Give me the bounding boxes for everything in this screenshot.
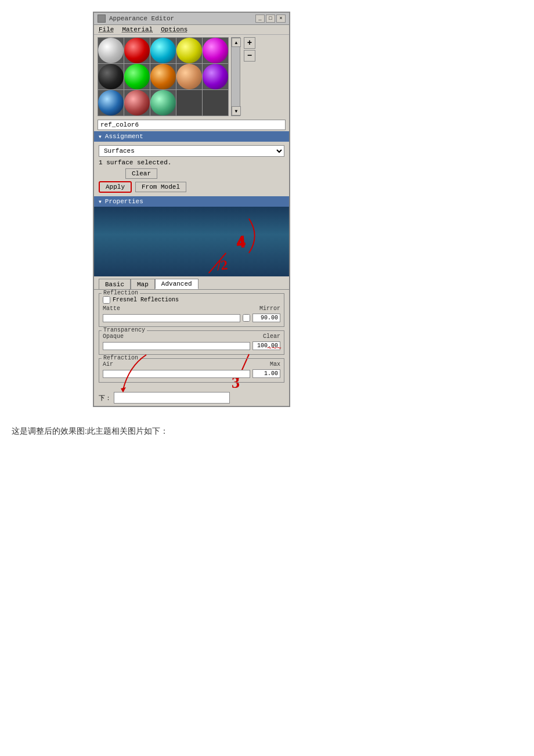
assignment-body: Surfaces 1 surface selected. Clear Apply… [94, 142, 289, 196]
annotation-4: 4 [236, 218, 255, 253]
assignment-title: Assignment [105, 133, 143, 140]
close-button[interactable]: × [276, 15, 286, 23]
material-cell-10[interactable] [98, 90, 124, 116]
tab-basic[interactable]: Basic [99, 279, 131, 289]
bottom-area: 下： [94, 390, 289, 406]
material-grid-area: ▲ ▼ + − [94, 35, 289, 118]
bottom-label: 下： [99, 394, 111, 402]
title-controls: _ □ × [255, 15, 286, 23]
material-cell-11[interactable] [124, 90, 150, 116]
transparency-legend: Transparency [102, 327, 147, 333]
from-model-button[interactable]: From Model [135, 182, 186, 192]
transparency-value-row [103, 341, 280, 350]
squiggle-icon: ~~~ [267, 344, 282, 353]
properties-panel: Reflection Fresnel Reflections Matte Mir… [94, 289, 289, 390]
material-name-input[interactable] [98, 120, 286, 130]
material-cell-5[interactable] [98, 64, 124, 89]
tabs-row: Basic Map Advanced [94, 276, 289, 289]
action-row-1: Clear [99, 168, 284, 179]
material-cell-7[interactable] [150, 64, 176, 89]
material-cell-14[interactable] [203, 90, 228, 116]
clear-button[interactable]: Clear [125, 168, 157, 179]
menu-options[interactable]: Options [161, 26, 187, 33]
matte-label: Matte [103, 305, 138, 312]
assignment-collapse-icon[interactable]: ▼ [99, 134, 102, 139]
action-row-2: Apply From Model [99, 181, 284, 193]
caption-text: 这是调整后的效果图:此主题相关图片如下： [12, 424, 168, 437]
material-cell-9[interactable] [203, 64, 228, 89]
material-scrollbar[interactable]: ▲ ▼ [231, 37, 240, 116]
surfaces-select[interactable]: Surfaces [99, 145, 284, 157]
selected-text: 1 surface selected. [99, 159, 171, 166]
menu-bar: File Material Options [94, 25, 289, 35]
svg-text:4: 4 [236, 232, 246, 251]
properties-title: Properties [105, 198, 143, 205]
assignment-header: ▼ Assignment [94, 131, 289, 142]
transparency-section: Transparency Opaque Clear ~~~ 3 [99, 330, 284, 355]
window-title: Appearance Editor [109, 15, 174, 22]
clear-label: Clear [263, 333, 280, 340]
reflection-slider-row: Matte Mirror [103, 305, 280, 312]
fresnel-row: Fresnel Reflections [103, 296, 280, 304]
tab-advanced[interactable]: Advanced [155, 279, 199, 289]
refraction-value[interactable] [252, 369, 280, 378]
reflection-value-row [103, 314, 280, 322]
svg-line-1 [209, 253, 226, 273]
tab-map[interactable]: Map [131, 279, 155, 289]
bottom-input[interactable] [114, 392, 230, 404]
apply-button[interactable]: Apply [99, 181, 132, 193]
refraction-value-row [103, 369, 280, 378]
title-bar: Appearance Editor _ □ × [94, 13, 289, 25]
restore-button[interactable]: □ [266, 15, 275, 23]
scroll-down-arrow[interactable]: ▼ [232, 106, 241, 116]
material-cell-13[interactable] [176, 90, 202, 116]
page-container: Appearance Editor _ □ × File Material Op… [12, 12, 522, 437]
material-grid [98, 37, 229, 116]
material-cell-0[interactable] [98, 38, 124, 63]
scroll-up-arrow[interactable]: ▲ [232, 38, 241, 47]
refraction-slider[interactable] [103, 370, 250, 378]
selected-row: 1 surface selected. [99, 159, 284, 166]
refraction-labels-row: Air Max [103, 361, 280, 368]
annotation-2: /2 [209, 253, 229, 273]
minimize-button[interactable]: _ [255, 15, 265, 23]
material-cell-12[interactable] [150, 90, 176, 116]
reflection-checkbox[interactable] [243, 314, 250, 322]
mirror-label: Mirror [259, 305, 280, 312]
properties-collapse-icon[interactable]: ▼ [99, 199, 102, 204]
scroll-track [232, 47, 240, 106]
transparency-labels-row: Opaque Clear [103, 333, 280, 340]
material-cell-8[interactable] [176, 64, 202, 89]
material-cell-2[interactable] [150, 38, 176, 63]
reflection-slider[interactable] [103, 314, 240, 322]
properties-header: ▼ Properties [94, 196, 289, 207]
fresnel-checkbox[interactable] [103, 296, 110, 304]
material-cell-6[interactable] [124, 64, 150, 89]
menu-file[interactable]: File [99, 26, 114, 33]
annotation-overlay: 4 /2 [94, 207, 289, 276]
remove-material-button[interactable]: − [244, 50, 255, 62]
window-icon [98, 15, 106, 23]
material-cell-3[interactable] [176, 38, 202, 63]
reflection-legend: Reflection [102, 290, 140, 296]
refraction-legend: Refraction [102, 355, 140, 361]
properties-preview: 4 /2 [94, 207, 289, 276]
menu-material[interactable]: Material [122, 26, 153, 33]
svg-text:/2: /2 [216, 257, 229, 273]
material-cell-1[interactable] [124, 38, 150, 63]
add-material-button[interactable]: + [244, 37, 255, 49]
title-bar-left: Appearance Editor [98, 15, 174, 23]
reflection-value[interactable] [252, 314, 280, 322]
transparency-slider[interactable] [103, 342, 250, 350]
fresnel-label: Fresnel Reflections [113, 297, 179, 303]
material-cell-4[interactable] [203, 38, 228, 63]
max-label: Max [270, 361, 280, 368]
air-label: Air [103, 361, 138, 368]
editor-window: Appearance Editor _ □ × File Material Op… [93, 12, 290, 407]
opaque-label: Opaque [103, 333, 138, 340]
surfaces-row: Surfaces [99, 145, 284, 157]
reflection-section: Reflection Fresnel Reflections Matte Mir… [99, 293, 284, 327]
refraction-section: Refraction Air Max [99, 358, 284, 383]
grid-controls: + − [243, 37, 255, 116]
material-name-row [94, 118, 289, 131]
